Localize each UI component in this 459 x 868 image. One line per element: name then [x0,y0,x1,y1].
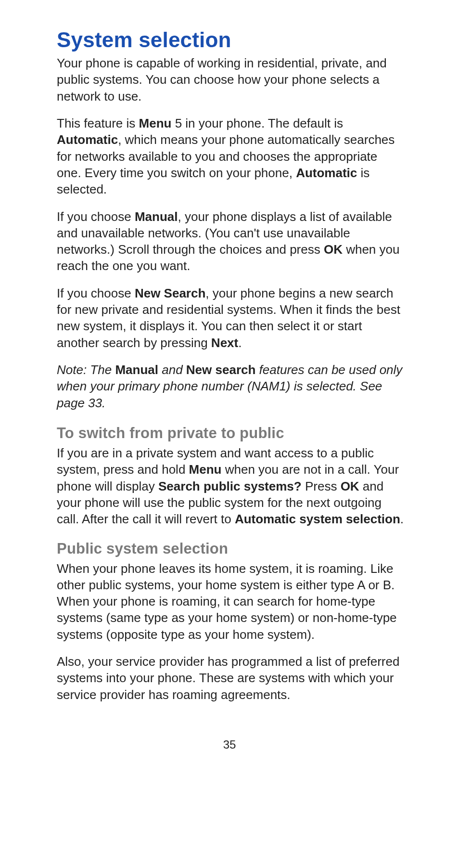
bold-next: Next [211,336,238,350]
page-title: System selection [57,28,404,52]
text: If you choose [57,286,135,300]
text: This feature is [57,116,139,130]
bold-menu: Menu [139,116,172,130]
bold-manual: Manual [115,363,158,377]
subheading-public-system-selection: Public system selection [57,540,404,557]
text: When your phone leaves its home system, … [57,561,397,642]
text: Also, your service provider has programm… [57,654,399,702]
bold-automatic-system-selection: Automatic system selection [235,512,400,526]
text: and [158,363,186,377]
bold-new-search: New search [186,363,256,377]
bold-ok: OK [341,479,359,493]
bold-menu: Menu [189,462,222,477]
bold-ok: OK [324,242,343,257]
page-number: 35 [0,738,459,751]
subheading-private-to-public: To switch from private to public [57,425,404,442]
bold-automatic: Automatic [296,166,357,180]
paragraph-intro: Your phone is capable of working in resi… [57,55,404,104]
note-paragraph: Note: The Manual and New search features… [57,362,404,411]
bold-search-public: Search public systems? [158,479,302,493]
text: . [400,512,404,526]
bold-manual: Manual [135,209,178,224]
text: . [238,336,242,350]
paragraph-private-to-public: If you are in a private system and want … [57,445,404,528]
paragraph-preferred-systems: Also, your service provider has programm… [57,653,404,703]
bold-new-search: New Search [135,286,205,300]
text: 5 in your phone. The default is [171,116,343,130]
text: Press [302,479,341,493]
text: If you choose [57,209,135,224]
paragraph-new-search: If you choose New Search, your phone beg… [57,285,404,351]
paragraph-manual: If you choose Manual, your phone display… [57,208,404,274]
paragraph-roaming: When your phone leaves its home system, … [57,560,404,643]
text: Note: The [57,363,115,377]
bold-automatic: Automatic [57,132,118,147]
paragraph-menu5: This feature is Menu 5 in your phone. Th… [57,115,404,198]
document-page: System selection Your phone is capable o… [0,0,459,868]
text: Your phone is capable of working in resi… [57,56,387,104]
